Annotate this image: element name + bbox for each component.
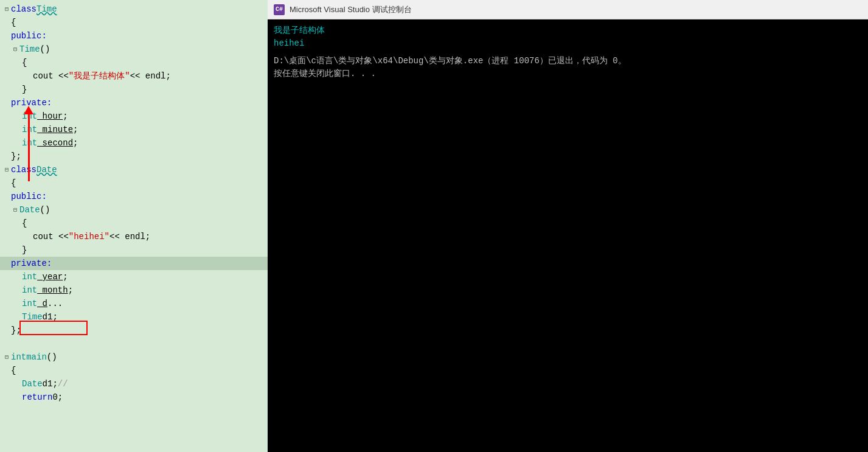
console-empty-line: [274, 50, 862, 55]
code-line-16: ⊟ Date(): [0, 203, 268, 217]
code-editor: ⊟ class Time { public: ⊟ Time() { cout <…: [0, 0, 268, 452]
code-line-30: return 0;: [0, 391, 268, 404]
code-line-4: ⊟ Time(): [0, 43, 268, 56]
code-line-10: int _minute;: [0, 123, 268, 136]
code-line-17: {: [0, 217, 268, 230]
vs-icon: C#: [274, 4, 285, 15]
console-line-1: 我是子结构体: [274, 24, 862, 37]
code-line-24: Time d1;: [0, 310, 268, 324]
collapse-btn-4[interactable]: ⊟: [11, 45, 19, 54]
code-line-29: Date d1;//: [0, 377, 268, 391]
console-line-3: D:\桌面\c语言\类与对象\x64\Debug\类与对象.exe（进程 100…: [274, 55, 862, 68]
code-line-5: {: [0, 56, 268, 69]
code-line-6: cout << "我是子结构体" << endl;: [0, 69, 268, 83]
console-title: Microsoft Visual Studio 调试控制台: [290, 4, 412, 15]
console-output: 我是子结构体 heihei D:\桌面\c语言\类与对象\x64\Debug\类…: [268, 19, 868, 452]
collapse-btn-1[interactable]: ⊟: [2, 5, 11, 13]
code-line-7: }: [0, 83, 268, 96]
code-line-21: int _year;: [0, 270, 268, 283]
code-line-2: {: [0, 16, 268, 29]
code-line-22: int _month;: [0, 283, 268, 297]
code-line-26: [0, 337, 268, 350]
console-titlebar: C# Microsoft Visual Studio 调试控制台: [268, 0, 868, 19]
code-line-1: ⊟ class Time: [0, 2, 268, 16]
code-line-12: };: [0, 150, 268, 163]
code-line-13: ⊟ class Date: [0, 163, 268, 176]
console-line-4: 按任意键关闭此窗口. . .: [274, 68, 862, 80]
code-line-23: int _d...: [0, 297, 268, 310]
code-line-11: int _second;: [0, 136, 268, 150]
code-line-18: cout << "heihei" << endl;: [0, 230, 268, 243]
code-line-3: public:: [0, 29, 268, 43]
code-line-19: }: [0, 243, 268, 257]
code-line-20: private:: [0, 257, 268, 270]
code-line-25: };: [0, 324, 268, 337]
collapse-btn-27[interactable]: ⊟: [2, 353, 11, 361]
code-line-15: public:: [0, 190, 268, 203]
collapse-btn-13[interactable]: ⊟: [2, 165, 11, 174]
code-line-9: int _hour;: [0, 110, 268, 123]
code-line-14: {: [0, 176, 268, 190]
code-line-27: ⊟ int main(): [0, 350, 268, 364]
code-line-28: {: [0, 364, 268, 377]
console-line-2: heihei: [274, 37, 862, 50]
collapse-btn-16[interactable]: ⊟: [11, 206, 19, 214]
code-line-8: private:: [0, 96, 268, 110]
console-panel: C# Microsoft Visual Studio 调试控制台 我是子结构体 …: [268, 0, 868, 452]
